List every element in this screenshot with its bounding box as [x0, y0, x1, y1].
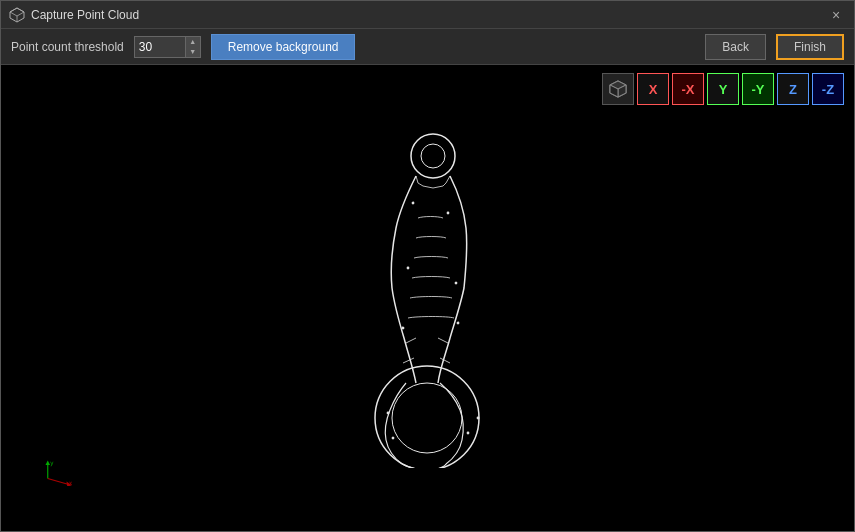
title-bar-left: Capture Point Cloud — [9, 7, 139, 23]
svg-point-8 — [421, 144, 445, 168]
axis-origin-indicator: y x — [39, 456, 79, 486]
svg-point-22 — [477, 417, 479, 419]
svg-text:y: y — [50, 459, 54, 467]
spinner-up[interactable]: ▲ — [186, 37, 200, 47]
title-bar: Capture Point Cloud × — [1, 1, 854, 29]
remove-background-button[interactable]: Remove background — [211, 34, 356, 60]
svg-point-15 — [412, 202, 414, 204]
view-neg-y-button[interactable]: -Y — [742, 73, 774, 105]
svg-point-20 — [457, 322, 459, 324]
app-icon — [9, 7, 25, 23]
svg-point-7 — [411, 134, 455, 178]
spinner-down[interactable]: ▼ — [186, 47, 200, 57]
view-neg-z-button[interactable]: -Z — [812, 73, 844, 105]
svg-point-10 — [392, 383, 462, 453]
svg-line-12 — [438, 338, 448, 343]
view-neg-x-button[interactable]: -X — [672, 73, 704, 105]
svg-text:x: x — [69, 479, 73, 486]
view-x-button[interactable]: X — [637, 73, 669, 105]
toolbar: Point count threshold ▲ ▼ Remove backgro… — [1, 29, 854, 65]
svg-point-19 — [402, 327, 404, 329]
view-cube-icon — [608, 79, 628, 99]
svg-point-16 — [447, 212, 449, 214]
svg-point-17 — [407, 267, 409, 269]
finish-button[interactable]: Finish — [776, 34, 844, 60]
svg-point-18 — [455, 282, 457, 284]
svg-point-23 — [392, 437, 394, 439]
threshold-label: Point count threshold — [11, 40, 124, 54]
svg-line-28 — [48, 479, 69, 485]
svg-marker-1 — [10, 8, 24, 16]
svg-point-24 — [467, 432, 469, 434]
viewport[interactable]: X -X Y -Y Z -Z — [1, 65, 854, 531]
back-button[interactable]: Back — [705, 34, 766, 60]
view-y-button[interactable]: Y — [707, 73, 739, 105]
svg-line-13 — [403, 358, 414, 363]
threshold-spinner[interactable]: ▲ ▼ — [134, 36, 201, 58]
main-window: Capture Point Cloud × Point count thresh… — [0, 0, 855, 532]
view-cube-button[interactable] — [602, 73, 634, 105]
point-cloud-view — [328, 128, 528, 468]
view-controls: X -X Y -Y Z -Z — [602, 73, 844, 105]
close-button[interactable]: × — [826, 5, 846, 25]
spinner-buttons: ▲ ▼ — [185, 37, 200, 57]
svg-line-11 — [406, 338, 416, 343]
svg-point-21 — [387, 412, 389, 414]
window-title: Capture Point Cloud — [31, 8, 139, 22]
svg-line-14 — [440, 358, 450, 363]
view-z-button[interactable]: Z — [777, 73, 809, 105]
threshold-input[interactable] — [135, 37, 185, 57]
